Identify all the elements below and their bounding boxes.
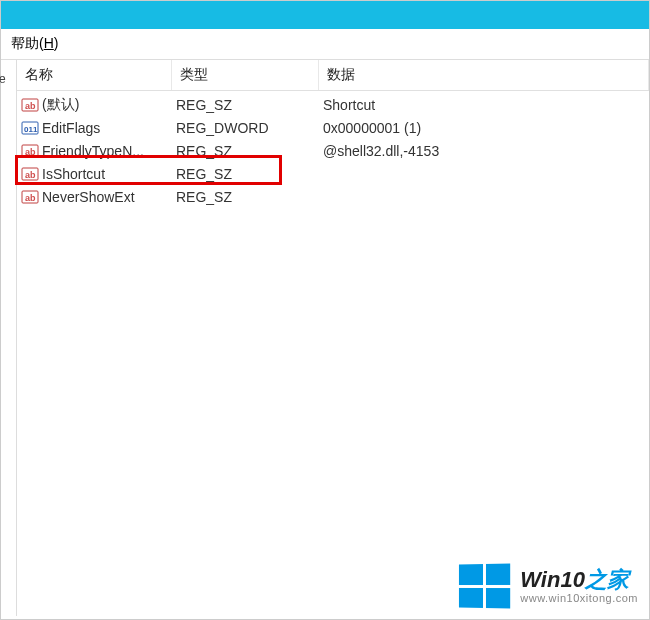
reg-string-icon: ab [21, 188, 39, 206]
row-data: Shortcut [319, 97, 649, 113]
list-panel[interactable]: 名称 类型 数据 ab (默认) REG_SZ Shortcut [17, 60, 649, 616]
menu-bar: 帮助(H) [1, 29, 649, 60]
table-row[interactable]: ab (默认) REG_SZ Shortcut [17, 93, 649, 116]
table-row[interactable]: ab FriendlyTypeN... REG_SZ @shell32.dll,… [17, 139, 649, 162]
windows-logo-icon [459, 563, 510, 608]
svg-text:ab: ab [25, 170, 36, 180]
reg-string-icon: ab [21, 96, 39, 114]
table-row[interactable]: ab IsShortcut REG_SZ [17, 162, 649, 185]
row-type: REG_SZ [172, 97, 319, 113]
tree-node-fragment: e [0, 72, 6, 86]
svg-text:ab: ab [25, 147, 36, 157]
row-name: IsShortcut [42, 166, 105, 182]
row-name: (默认) [42, 96, 79, 114]
menu-help[interactable]: 帮助(H) [11, 35, 58, 51]
watermark-title: Win10之家 [520, 568, 638, 592]
tree-panel[interactable]: e [1, 60, 17, 616]
watermark: Win10之家 www.win10xitong.com [458, 564, 638, 608]
row-name: NeverShowExt [42, 189, 135, 205]
row-data: @shell32.dll,-4153 [319, 143, 649, 159]
row-type: REG_DWORD [172, 120, 319, 136]
menu-help-label-pre: 帮助( [11, 35, 44, 51]
column-header-type[interactable]: 类型 [172, 60, 319, 90]
column-header-name[interactable]: 名称 [17, 60, 172, 90]
reg-binary-icon: 011 [21, 119, 39, 137]
table-row[interactable]: 011 EditFlags REG_DWORD 0x00000001 (1) [17, 116, 649, 139]
menu-help-label-close: ) [54, 35, 59, 51]
menu-help-accel: H [44, 35, 54, 51]
column-header-data[interactable]: 数据 [319, 60, 649, 90]
watermark-url: www.win10xitong.com [520, 592, 638, 604]
row-name: FriendlyTypeN... [42, 143, 144, 159]
reg-string-icon: ab [21, 165, 39, 183]
list-body: ab (默认) REG_SZ Shortcut 011 EditFlags RE… [17, 91, 649, 208]
row-type: REG_SZ [172, 166, 319, 182]
row-data: 0x00000001 (1) [319, 120, 649, 136]
reg-string-icon: ab [21, 142, 39, 160]
list-header: 名称 类型 数据 [17, 60, 649, 91]
svg-text:ab: ab [25, 101, 36, 111]
svg-text:ab: ab [25, 193, 36, 203]
row-type: REG_SZ [172, 189, 319, 205]
table-row[interactable]: ab NeverShowExt REG_SZ [17, 185, 649, 208]
title-bar [1, 1, 649, 29]
svg-text:011: 011 [24, 125, 38, 134]
row-name: EditFlags [42, 120, 100, 136]
row-type: REG_SZ [172, 143, 319, 159]
